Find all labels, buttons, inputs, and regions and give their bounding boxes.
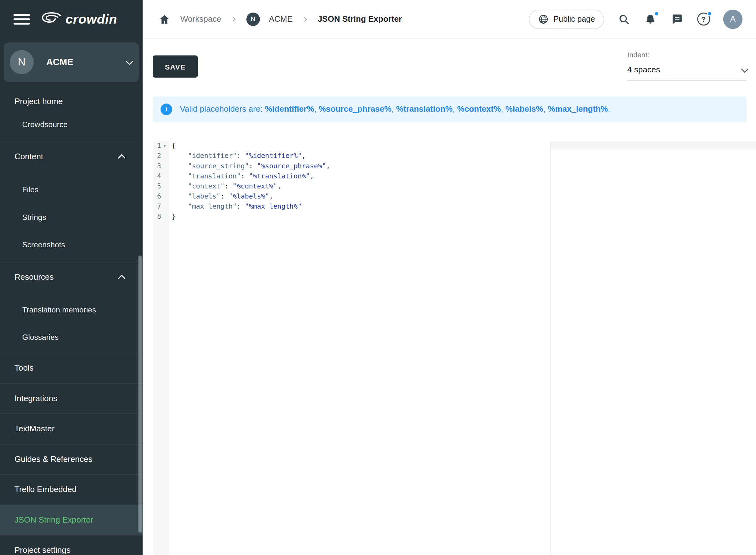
code-line: "source_string": "%source_phrase%", [172, 161, 756, 171]
resources-subitems: Translation memories Glossaries [0, 296, 142, 351]
chevron-right-icon [230, 16, 237, 22]
header-actions: Public page ? A [529, 9, 743, 29]
info-banner: i Valid placeholders are: %identifier%, … [153, 96, 747, 122]
sidebar-item-translation-memories[interactable]: Translation memories [0, 296, 142, 324]
sidebar-item-guides-references[interactable]: Guides & References [0, 444, 142, 474]
notification-dot [654, 11, 659, 16]
sidebar-item-screenshots[interactable]: Screenshots [0, 231, 142, 258]
indent-select[interactable]: 4 spaces [627, 65, 746, 81]
messages-icon[interactable] [670, 12, 684, 26]
banner-text: Valid placeholders are: %identifier%, %s… [180, 104, 610, 114]
help-dot [707, 11, 712, 16]
org-avatar[interactable]: N [246, 12, 260, 26]
code-line: } [172, 212, 756, 222]
crowdin-logo-icon [41, 11, 62, 27]
breadcrumb-org[interactable]: ACME [269, 14, 292, 24]
gutter-line: 2 [153, 151, 169, 161]
breadcrumb-workspace[interactable]: Workspace [180, 14, 221, 24]
crowdin-wordmark: crowdin [66, 12, 117, 27]
breadcrumb-page-title: JSON String Exporter [318, 14, 402, 24]
gutter-line: 3 [153, 161, 169, 171]
gutter-line: 4 [153, 171, 169, 181]
gutter-line: 8 [153, 212, 169, 222]
code-line: "labels": "%labels%", [172, 191, 756, 201]
template-editor[interactable]: 1▾ 2 3 4 5 6 7 8 { "identifier": "%ident… [153, 141, 756, 555]
screen: crowdin N ACME Project home Crowdsource … [0, 0, 756, 555]
sidebar-item-textmaster[interactable]: TextMaster [0, 414, 142, 444]
breadcrumb: Workspace N ACME JSON String Exporter [158, 12, 402, 26]
indent-control: Indent: 4 spaces [627, 51, 746, 81]
workspace-avatar: N [10, 50, 34, 74]
workspace-name: ACME [46, 57, 126, 68]
sidebar-header: crowdin [0, 0, 142, 39]
sidebar-item-crowdsource[interactable]: Crowdsource [0, 114, 142, 136]
main-area: Workspace N ACME JSON String Exporter Pu… [142, 0, 756, 555]
sidebar-item-glossaries[interactable]: Glossaries [0, 324, 142, 351]
code-line: { [172, 141, 756, 151]
code-line: "context": "%context%", [172, 181, 756, 191]
gutter-line: 1▾ [153, 141, 169, 151]
editor-code-area[interactable]: { "identifier": "%identifier%", "source_… [169, 141, 756, 555]
sidebar-nav: Project home Crowdsource Content Files S… [0, 90, 142, 555]
content-subitems: Files Strings Screenshots [0, 176, 142, 258]
workspace-switcher[interactable]: N ACME [4, 42, 139, 82]
chevron-up-icon [118, 154, 126, 161]
sidebar-bottom-group: Tools Integrations TextMaster Guides & R… [0, 353, 142, 555]
search-icon[interactable] [617, 12, 631, 26]
public-page-button[interactable]: Public page [529, 9, 604, 29]
home-icon[interactable] [158, 12, 171, 26]
sidebar-item-json-string-exporter[interactable]: JSON String Exporter [0, 505, 142, 535]
chevron-down-icon [741, 65, 749, 73]
hamburger-menu-icon[interactable] [13, 13, 30, 26]
section-label: Content [14, 152, 43, 162]
sidebar-item-files[interactable]: Files [0, 176, 142, 203]
sidebar-section-resources[interactable]: Resources [0, 263, 142, 291]
chevron-right-icon [302, 16, 308, 22]
fold-caret-icon[interactable]: ▾ [161, 141, 168, 151]
sidebar: crowdin N ACME Project home Crowdsource … [0, 0, 142, 555]
sidebar-scrollbar[interactable] [138, 255, 142, 533]
indent-selected-value: 4 spaces [627, 65, 660, 75]
notifications-bell-icon[interactable] [644, 12, 657, 26]
help-icon[interactable]: ? [697, 12, 710, 26]
public-page-label: Public page [553, 14, 595, 24]
user-avatar[interactable]: A [723, 9, 743, 29]
info-icon: i [161, 103, 172, 115]
chevron-up-icon [118, 274, 126, 282]
code-line: "identifier": "%identifier%", [172, 151, 756, 161]
code-line: "max_length": "%max_length%" [172, 201, 756, 211]
globe-icon [538, 14, 549, 25]
crowdin-logo[interactable]: crowdin [41, 11, 117, 27]
save-button[interactable]: SAVE [153, 55, 198, 77]
gutter-line: 7 [153, 201, 169, 211]
sidebar-item-strings[interactable]: Strings [0, 203, 142, 230]
sidebar-item-integrations[interactable]: Integrations [0, 383, 142, 414]
code-line: "translation": "%translation%", [172, 171, 756, 181]
sidebar-item-project-settings[interactable]: Project settings [0, 535, 142, 555]
top-header: Workspace N ACME JSON String Exporter Pu… [142, 0, 756, 39]
gutter-line: 6 [153, 191, 169, 201]
sidebar-item-tools[interactable]: Tools [0, 353, 142, 383]
gutter-line: 5 [153, 181, 169, 191]
sidebar-item-trello-embedded[interactable]: Trello Embedded [0, 474, 142, 505]
chevron-down-icon [126, 57, 133, 65]
editor-gutter: 1▾ 2 3 4 5 6 7 8 [153, 141, 169, 555]
section-label: Resources [14, 272, 53, 282]
sidebar-section-content[interactable]: Content [0, 143, 142, 170]
sidebar-item-project-home[interactable]: Project home [0, 90, 142, 114]
page-content: SAVE Indent: 4 spaces i Valid placeholde… [142, 39, 756, 555]
indent-label: Indent: [627, 51, 746, 59]
